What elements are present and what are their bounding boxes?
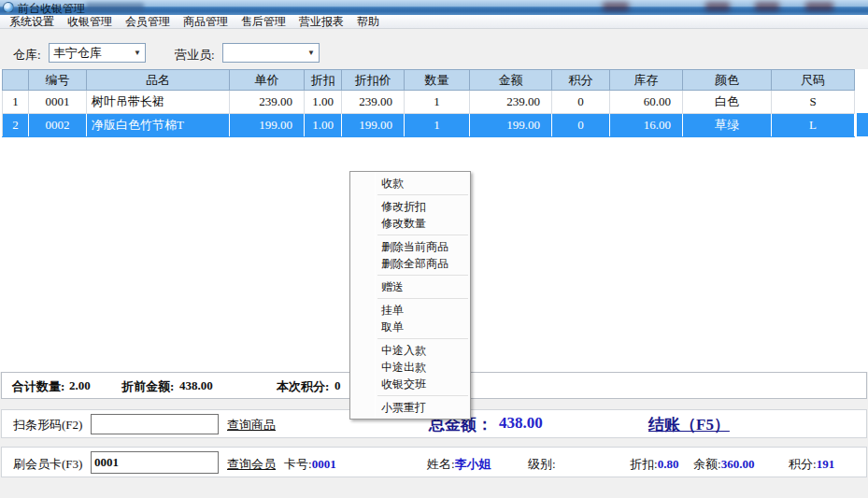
pre-discount-value: 438.00 bbox=[179, 378, 213, 393]
context-menu-item[interactable]: 中途出款 bbox=[350, 359, 470, 376]
cell: 0 bbox=[552, 114, 610, 137]
session-points-value: 0 bbox=[334, 378, 341, 393]
menu-5[interactable]: 营业报表 bbox=[292, 15, 350, 28]
col-header-10[interactable]: 颜色 bbox=[683, 70, 772, 91]
warehouse-combobox-value: 丰宁仓库 bbox=[53, 45, 102, 62]
col-header-0[interactable] bbox=[3, 70, 29, 91]
cell: 1.00 bbox=[305, 91, 342, 114]
scan-barcode-label: 扫条形码(F2) bbox=[13, 417, 82, 434]
menu-3[interactable]: 商品管理 bbox=[177, 15, 235, 28]
menu-1[interactable]: 收银管理 bbox=[61, 15, 119, 28]
menu-6[interactable]: 帮助 bbox=[350, 15, 386, 28]
cell: 1 bbox=[405, 91, 470, 114]
query-product-link[interactable]: 查询商品 bbox=[227, 417, 276, 434]
cell: 1 bbox=[3, 91, 29, 114]
titlebar-blur-blob bbox=[603, 2, 629, 11]
cell: 0002 bbox=[29, 114, 87, 137]
col-header-8[interactable]: 积分 bbox=[552, 70, 610, 91]
member-discount: 折扣:0.80 bbox=[630, 456, 678, 473]
total-qty-label: 合计数量: bbox=[12, 378, 64, 395]
product-grid: 编号品名单价折扣折扣价数量金额积分库存颜色尺码 10001树叶吊带长裙239.0… bbox=[2, 69, 855, 137]
member-card-input[interactable] bbox=[91, 451, 219, 474]
member-name: 姓名:李小姐 bbox=[427, 456, 491, 473]
cell: 16.00 bbox=[610, 114, 683, 137]
context-menu-item[interactable]: 挂单 bbox=[350, 302, 470, 319]
cell: 0 bbox=[552, 91, 610, 114]
clerk-label: 营业员: bbox=[175, 47, 215, 64]
col-header-9[interactable]: 库存 bbox=[610, 70, 683, 91]
titlebar-blurred-text bbox=[86, 3, 144, 12]
cell: 239.00 bbox=[470, 91, 552, 114]
member-discount-value: 0.80 bbox=[658, 457, 679, 471]
context-menu-item[interactable]: 赠送 bbox=[350, 278, 470, 295]
menu-separator bbox=[377, 275, 468, 276]
cell: 树叶吊带长裙 bbox=[87, 91, 230, 114]
member-points: 积分:191 bbox=[789, 456, 834, 473]
cell: 0001 bbox=[29, 91, 87, 114]
context-menu-item[interactable]: 收款 bbox=[350, 175, 470, 192]
context-menu-item[interactable]: 收银交班 bbox=[350, 376, 470, 392]
cell: 白色 bbox=[683, 91, 772, 114]
clerk-combobox[interactable]: ▼ bbox=[222, 43, 320, 63]
member-balance: 余额:360.00 bbox=[693, 456, 754, 473]
cell: 净版白色竹节棉T bbox=[87, 114, 230, 137]
session-points-label: 本次积分: bbox=[277, 378, 329, 395]
card-no: 卡号:0001 bbox=[284, 456, 336, 473]
col-header-5[interactable]: 折扣价 bbox=[342, 70, 405, 91]
col-header-3[interactable]: 单价 bbox=[230, 70, 305, 91]
total-qty-value: 2.00 bbox=[69, 378, 91, 393]
warehouse-label: 仓库: bbox=[13, 47, 41, 64]
pre-discount-label: 折前金额: bbox=[121, 378, 174, 395]
context-menu-item[interactable]: 取单 bbox=[350, 319, 470, 335]
menu-separator bbox=[377, 298, 468, 299]
warehouse-combobox[interactable]: 丰宁仓库 ▼ bbox=[49, 43, 146, 63]
cell: 2 bbox=[3, 114, 29, 137]
table-row[interactable]: 20002净版白色竹节棉T199.001.00199.001199.00016.… bbox=[3, 114, 855, 137]
cell: 199.00 bbox=[470, 114, 552, 137]
col-header-6[interactable]: 数量 bbox=[405, 70, 470, 91]
menu-0[interactable]: 系统设置 bbox=[3, 15, 61, 28]
context-menu-item[interactable]: 中途入款 bbox=[350, 342, 470, 359]
titlebar-blur-blob bbox=[805, 2, 833, 11]
barcode-input[interactable] bbox=[91, 414, 219, 434]
menu-4[interactable]: 售后管理 bbox=[235, 15, 292, 28]
context-menu-item[interactable]: 删除全部商品 bbox=[350, 255, 470, 272]
titlebar-blur-blob bbox=[755, 2, 779, 11]
cell: 199.00 bbox=[342, 114, 405, 137]
col-header-11[interactable]: 尺码 bbox=[772, 70, 855, 91]
menu-separator bbox=[377, 235, 468, 235]
chevron-down-icon[interactable]: ▼ bbox=[130, 49, 145, 57]
cell: 239.00 bbox=[342, 91, 405, 114]
cell: 199.00 bbox=[230, 114, 305, 137]
context-menu: 收款修改折扣修改数量删除当前商品删除全部商品赠送挂单取单中途入款中途出款收银交班… bbox=[349, 171, 471, 420]
menu-2[interactable]: 会员管理 bbox=[119, 15, 177, 28]
chevron-down-icon[interactable]: ▼ bbox=[304, 49, 319, 57]
member-strip: 刷会员卡(F3) 查询会员 卡号:0001 姓名:李小姐 级别: 折扣:0.80… bbox=[1, 447, 867, 477]
titlebar-blur-blob bbox=[705, 2, 730, 11]
context-menu-item[interactable]: 小票重打 bbox=[350, 399, 470, 416]
query-member-link[interactable]: 查询会员 bbox=[227, 456, 276, 473]
cell: 草绿 bbox=[683, 114, 772, 137]
checkout-button[interactable]: 结账（F5） bbox=[648, 414, 730, 435]
member-balance-value: 360.00 bbox=[721, 457, 755, 471]
context-menu-item[interactable]: 删除当前商品 bbox=[350, 238, 470, 255]
col-header-2[interactable]: 品名 bbox=[87, 70, 230, 91]
menu-separator bbox=[377, 194, 468, 195]
context-menu-item[interactable]: 修改折扣 bbox=[350, 198, 470, 215]
col-header-1[interactable]: 编号 bbox=[29, 70, 87, 91]
table-row[interactable]: 10001树叶吊带长裙239.001.00239.001239.00060.00… bbox=[3, 91, 855, 114]
context-menu-item[interactable]: 修改数量 bbox=[350, 215, 470, 232]
member-card-label: 刷会员卡(F3) bbox=[13, 456, 82, 473]
menu-bar: 系统设置收银管理会员管理商品管理售后管理营业报表帮助 bbox=[0, 15, 868, 29]
title-bar: 前台收银管理 bbox=[0, 0, 868, 15]
col-header-7[interactable]: 金额 bbox=[470, 70, 552, 91]
card-no-value: 0001 bbox=[312, 457, 336, 471]
cell: 1.00 bbox=[305, 114, 342, 137]
member-points-value: 191 bbox=[817, 457, 835, 471]
cell: 239.00 bbox=[230, 91, 305, 114]
cell: 1 bbox=[405, 114, 470, 137]
grand-total-value: 438.00 bbox=[499, 414, 543, 433]
member-name-value: 李小姐 bbox=[455, 457, 491, 471]
col-header-4[interactable]: 折扣 bbox=[305, 70, 342, 91]
selected-row-filler bbox=[857, 113, 868, 136]
